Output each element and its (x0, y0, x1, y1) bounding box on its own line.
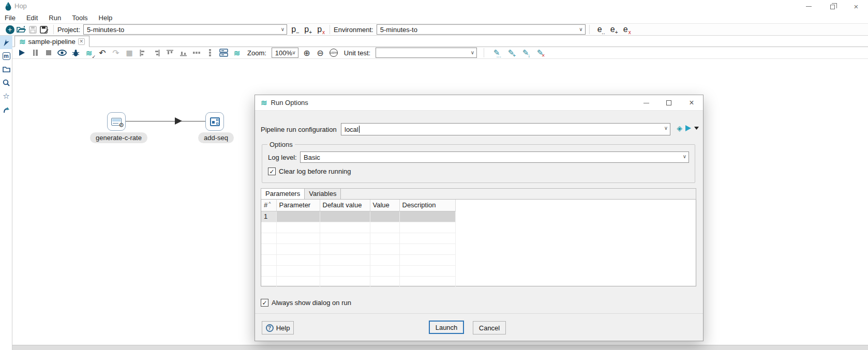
launch-button[interactable]: Launch (429, 321, 464, 334)
table-row[interactable] (261, 265, 455, 276)
add-environment-button[interactable]: e+ (606, 25, 619, 34)
menu-help[interactable]: Help (99, 14, 113, 22)
show-grid-button[interactable]: ▦ (124, 48, 134, 58)
column-header-description[interactable]: Description (399, 200, 455, 211)
table-row[interactable] (261, 276, 455, 287)
metadata-perspective[interactable]: m (0, 49, 12, 63)
zoom-reset-button[interactable]: 100% (328, 48, 339, 58)
column-header-default-value[interactable]: Default value (320, 200, 370, 211)
distribute-vertically-button[interactable] (205, 48, 215, 58)
preview-pipeline-button[interactable] (57, 48, 67, 58)
tab-parameters[interactable]: Parameters (261, 189, 305, 199)
question-icon: ? (266, 324, 274, 332)
column-header-num[interactable]: #^ (261, 200, 276, 211)
tab-close-icon[interactable]: × (78, 38, 85, 45)
menu-edit[interactable]: Edit (26, 14, 38, 22)
pipeline-icon: ≋ (19, 38, 26, 45)
transform-generate-c-rate[interactable]: ⚙ (107, 112, 126, 131)
window-minimize-button[interactable] (797, 0, 820, 12)
delete-project-button[interactable]: px (313, 25, 326, 34)
distribute-horizontally-button[interactable] (191, 48, 202, 58)
menu-file[interactable]: File (5, 14, 16, 22)
column-header-parameter[interactable]: Parameter (276, 200, 320, 211)
distribute-vertical-icon (207, 49, 213, 56)
horizontal-scrollbar[interactable] (12, 345, 868, 350)
zoom-combobox[interactable]: 100% ∨ (272, 48, 298, 58)
pipeline-settings-button[interactable]: ≋ (232, 48, 242, 58)
transform-add-seq[interactable] (205, 112, 224, 131)
menu-run[interactable]: Run (49, 14, 61, 22)
menu-bar: File Edit Run Tools Help (0, 12, 868, 23)
file-explorer-perspective[interactable] (0, 63, 12, 76)
unit-test-combobox[interactable]: ∨ (376, 48, 477, 58)
clear-log-checkbox[interactable]: ✓ (268, 168, 276, 175)
search-perspective[interactable] (0, 76, 12, 89)
save-file-button[interactable] (27, 24, 38, 35)
help-button[interactable]: ? Help (262, 321, 294, 334)
caret-down-icon[interactable] (694, 127, 699, 130)
edit-unit-test-button[interactable]: ✎… (491, 48, 502, 57)
always-show-checkbox-row: ✓ Always show dialog on run (261, 299, 351, 307)
align-top-button[interactable] (164, 48, 175, 58)
project-combobox[interactable]: 5-minutes-to ∨ (83, 24, 287, 35)
hop-link[interactable] (126, 121, 206, 121)
edit-environment-button[interactable]: e‥ (593, 25, 606, 34)
undo-button[interactable]: ↶ (97, 48, 108, 58)
check-pipeline-button[interactable]: ≋ ✓ (84, 48, 94, 58)
log-level-combobox[interactable]: Basic ∨ (300, 151, 689, 163)
cancel-button[interactable]: Cancel (473, 321, 506, 334)
align-bottom-button[interactable] (178, 48, 188, 58)
dialog-minimize-button[interactable] (635, 95, 657, 111)
environment-label: Environment: (334, 26, 373, 34)
add-project-button[interactable]: p+ (300, 25, 313, 34)
align-right-button[interactable] (151, 48, 161, 58)
tab-variables[interactable]: Variables (305, 189, 341, 199)
table-row[interactable] (261, 222, 455, 233)
dialog-close-button[interactable]: × (680, 95, 703, 111)
edit-project-button[interactable]: p‒ (287, 25, 300, 34)
run-config-combobox[interactable]: local ∨ (341, 123, 670, 135)
chevron-down-icon: ∨ (664, 125, 668, 131)
delete-environment-button[interactable]: ex (619, 25, 632, 34)
detach-unit-test-button[interactable]: ✎↓ (520, 48, 531, 57)
environment-combobox[interactable]: 5-minutes-to ∨ (377, 24, 586, 35)
open-file-button[interactable] (16, 24, 27, 35)
redo-button[interactable]: ↷ (111, 48, 121, 58)
metadata-diamond-icon[interactable]: ◈ (677, 124, 682, 132)
window-close-button[interactable]: × (844, 0, 868, 12)
neo4j-perspective[interactable] (0, 103, 12, 116)
dialog-maximize-button[interactable] (657, 95, 680, 111)
plugins-perspective[interactable]: ☆ (0, 89, 12, 103)
pause-pipeline-button[interactable] (30, 48, 40, 58)
main-toolbar: + Project: 5-minutes-to ∨ p‒ p+ px Envir… (0, 23, 868, 36)
column-header-value[interactable]: Value (370, 200, 399, 211)
table-row[interactable] (261, 233, 455, 244)
tab-sample-pipeline[interactable]: ≋ sample-pipeline × (14, 36, 89, 47)
stop-pipeline-button[interactable] (43, 48, 54, 58)
zoom-out-button[interactable]: ⊖ (315, 48, 325, 58)
edit-pipeline-button[interactable] (218, 48, 229, 58)
menu-tools[interactable]: Tools (72, 14, 87, 22)
debug-pipeline-button[interactable] (70, 48, 81, 58)
save-as-button[interactable] (38, 24, 50, 35)
run-pipeline-button[interactable] (17, 48, 27, 58)
table-row[interactable] (261, 244, 455, 254)
table-row[interactable]: 1 (261, 211, 455, 222)
table-row[interactable] (261, 254, 455, 265)
chevron-down-icon: ∨ (471, 50, 474, 55)
window-restore-button[interactable] (820, 0, 844, 12)
stop-icon (46, 50, 51, 55)
new-file-button[interactable]: + (4, 24, 16, 35)
zoom-in-button[interactable]: ⊕ (302, 48, 312, 58)
transform-label-add-seq[interactable]: add-seq (198, 132, 234, 143)
run-config-play-icon[interactable] (685, 125, 691, 131)
transform-label-generate-c-rate[interactable]: generate-c-rate (90, 132, 147, 143)
clear-log-checkbox-row: ✓ Clear log before running (268, 168, 351, 175)
gear-icon: ⚙ (118, 121, 124, 129)
generate-rows-icon: ⚙ (111, 118, 122, 126)
add-unit-test-button[interactable]: ✎+ (505, 48, 517, 57)
data-orchestration-perspective[interactable] (0, 36, 12, 49)
delete-unit-test-button[interactable]: ✎× (534, 48, 546, 57)
always-show-checkbox[interactable]: ✓ (261, 299, 268, 307)
align-left-button[interactable] (138, 48, 148, 58)
